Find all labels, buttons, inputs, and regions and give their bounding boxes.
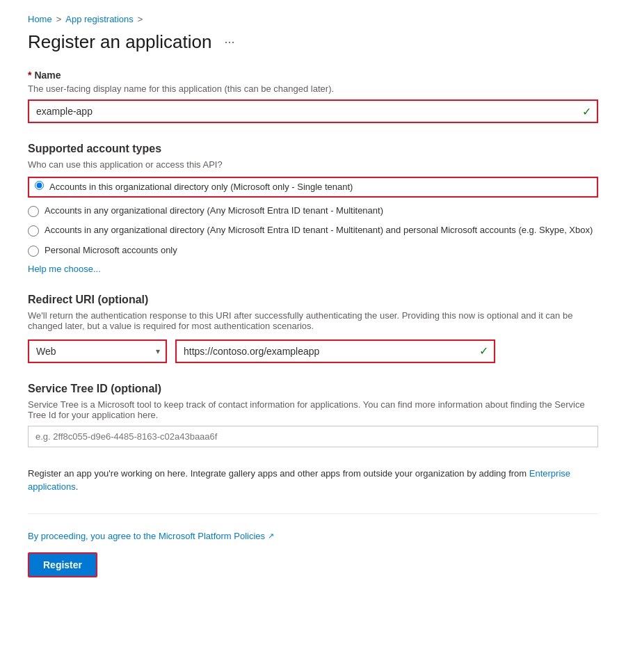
- page-title: Register an application: [28, 31, 212, 53]
- policy-link[interactable]: By proceeding, you agree to the Microsof…: [28, 531, 265, 541]
- radio-option-2[interactable]: [28, 206, 39, 217]
- external-link-icon: ↗: [268, 531, 274, 541]
- redirect-uri-title: Redirect URI (optional): [28, 294, 598, 306]
- radio-option-1-label[interactable]: Accounts in this organizational director…: [49, 181, 353, 193]
- radio-option-3[interactable]: [28, 225, 39, 237]
- service-tree-desc-text1: Service Tree is a Microsoft tool to keep…: [28, 399, 585, 420]
- who-label: Who can use this application or access t…: [28, 159, 598, 170]
- service-tree-section: Service Tree ID (optional) Service Tree …: [28, 383, 598, 447]
- platform-select[interactable]: Web SPA Public client/native (mobile & d…: [29, 341, 166, 362]
- name-input-wrapper: ✓: [28, 99, 598, 123]
- ellipsis-button[interactable]: ···: [220, 33, 239, 51]
- name-description: The user-facing display name for this ap…: [28, 83, 598, 94]
- required-star: *: [28, 70, 31, 81]
- breadcrumb: Home > App registrations >: [28, 14, 598, 24]
- uri-input[interactable]: [177, 341, 479, 362]
- redirect-row: Web SPA Public client/native (mobile & d…: [28, 339, 598, 363]
- name-label: *Name: [28, 70, 598, 81]
- bottom-info-before: Register an app you're working on here. …: [28, 468, 529, 479]
- radio-option-3-wrapper: Accounts in any organizational directory…: [28, 224, 598, 237]
- uri-input-wrapper: ✓: [175, 339, 495, 363]
- uri-check-icon: ✓: [479, 344, 494, 358]
- platform-select-wrapper: Web SPA Public client/native (mobile & d…: [28, 339, 167, 363]
- register-button[interactable]: Register: [28, 552, 97, 577]
- help-me-choose-link[interactable]: Help me choose...: [28, 264, 101, 274]
- divider: [28, 513, 598, 514]
- account-types-section: Supported account types Who can use this…: [28, 143, 598, 274]
- radio-option-2-label[interactable]: Accounts in any organizational directory…: [45, 205, 383, 217]
- radio-option-4[interactable]: [28, 246, 39, 257]
- bottom-info-text: Register an app you're working on here. …: [28, 467, 598, 494]
- radio-option-1-wrapper: Accounts in this organizational director…: [28, 177, 598, 198]
- breadcrumb-home[interactable]: Home: [28, 14, 52, 24]
- bottom-info: Register an app you're working on here. …: [28, 467, 598, 494]
- radio-option-2-wrapper: Accounts in any organizational directory…: [28, 205, 598, 217]
- policy-text: By proceeding, you agree to the Microsof…: [28, 531, 598, 541]
- radio-option-3-label[interactable]: Accounts in any organizational directory…: [45, 224, 593, 237]
- service-tree-input[interactable]: [28, 426, 598, 447]
- service-tree-here-link[interactable]: here: [138, 410, 156, 420]
- page-title-row: Register an application ···: [28, 31, 598, 53]
- radio-option-1[interactable]: [35, 181, 44, 190]
- breadcrumb-sep1: >: [56, 14, 62, 24]
- breadcrumb-app-registrations[interactable]: App registrations: [65, 14, 134, 24]
- name-check-icon: ✓: [582, 105, 597, 118]
- radio-option-4-label[interactable]: Personal Microsoft accounts only: [45, 244, 177, 257]
- service-tree-desc-text2: .: [156, 410, 159, 420]
- name-section: *Name The user-facing display name for t…: [28, 70, 598, 123]
- bottom-info-after: .: [76, 481, 79, 492]
- account-types-title: Supported account types: [28, 143, 598, 155]
- radio-group: Accounts in this organizational director…: [28, 177, 598, 257]
- radio-option-4-wrapper: Personal Microsoft accounts only: [28, 244, 598, 257]
- breadcrumb-sep2: >: [138, 14, 143, 24]
- redirect-uri-section: Redirect URI (optional) We'll return the…: [28, 294, 598, 363]
- redirect-uri-description: We'll return the authentication response…: [28, 310, 598, 331]
- service-tree-title: Service Tree ID (optional): [28, 383, 598, 395]
- service-tree-description: Service Tree is a Microsoft tool to keep…: [28, 399, 598, 420]
- name-input[interactable]: [29, 101, 582, 122]
